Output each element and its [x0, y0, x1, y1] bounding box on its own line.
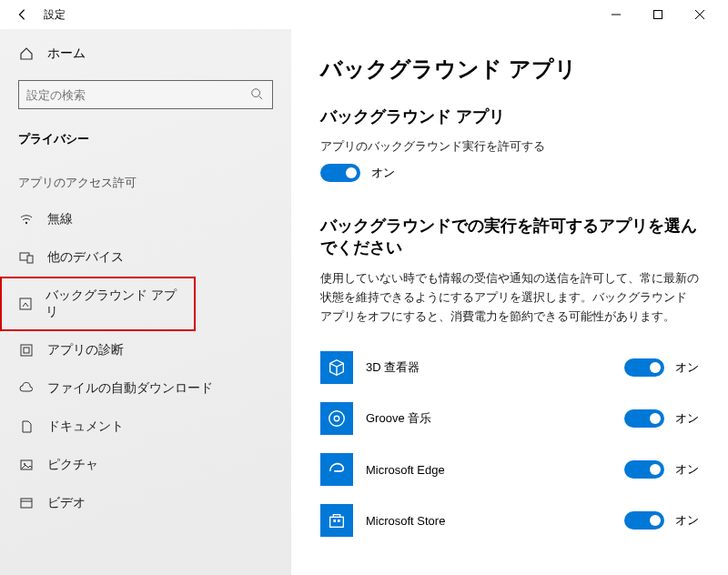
radio-icon: [18, 211, 35, 227]
sidebar-item-label: バックグラウンド アプリ: [46, 288, 177, 320]
sidebar-item-label: ファイルの自動ダウンロード: [47, 380, 213, 397]
svg-rect-8: [27, 256, 33, 263]
sidebar-item-documents[interactable]: ドキュメント: [0, 408, 291, 446]
page-title: バックグラウンド アプリ: [320, 55, 699, 84]
sidebar-item-background-apps[interactable]: バックグラウンド アプリ: [0, 277, 196, 331]
sidebar-home[interactable]: ホーム: [0, 36, 291, 71]
app-icon-store: [320, 504, 353, 537]
sidebar-item-label: 他のデバイス: [47, 249, 124, 266]
master-toggle[interactable]: [320, 164, 360, 182]
sidebar-item-other-devices[interactable]: 他のデバイス: [0, 238, 291, 277]
sidebar-home-label: ホーム: [47, 45, 86, 62]
app-icon-groove: [320, 402, 353, 435]
sidebar-item-auto-download[interactable]: ファイルの自動ダウンロード: [0, 369, 291, 408]
app-toggle-state: オン: [675, 359, 699, 376]
svg-rect-9: [20, 298, 31, 309]
document-icon: [18, 419, 35, 435]
app-name: Microsoft Edge: [366, 463, 624, 477]
app-name: Microsoft Store: [366, 514, 624, 528]
svg-rect-19: [333, 520, 336, 522]
diagnostics-icon: [18, 342, 35, 358]
svg-rect-14: [21, 499, 32, 508]
home-icon: [18, 46, 35, 61]
app-name: Groove 音乐: [366, 410, 624, 427]
app-toggle-state: オン: [675, 461, 699, 478]
devices-icon: [18, 249, 35, 266]
app-row-store: Microsoft Store オン: [320, 495, 699, 546]
svg-point-16: [329, 411, 345, 427]
svg-point-4: [252, 89, 260, 97]
search-icon: [250, 87, 265, 102]
search-box[interactable]: [18, 80, 273, 109]
svg-rect-20: [338, 520, 340, 522]
svg-rect-11: [24, 348, 29, 353]
sidebar: ホーム プライバシー アプリのアクセス許可 無線 他のデバイス バックグラウンド…: [0, 29, 291, 575]
section-description: 使用していない時でも情報の受信や通知の送信を許可して、常に最新の状態を維持できる…: [320, 269, 699, 326]
sidebar-item-label: ピクチャ: [47, 457, 98, 473]
sidebar-item-label: 無線: [47, 211, 73, 227]
sidebar-group-app-permissions: アプリのアクセス許可: [0, 156, 291, 200]
maximize-button[interactable]: [637, 0, 679, 29]
svg-rect-18: [330, 518, 344, 528]
app-row-groove: Groove 音乐 オン: [320, 393, 699, 444]
window-title: 設定: [44, 7, 66, 23]
sidebar-item-app-diagnostics[interactable]: アプリの診断: [0, 331, 291, 369]
sidebar-item-videos[interactable]: ビデオ: [0, 484, 291, 522]
app-row-edge: Microsoft Edge オン: [320, 444, 699, 495]
app-toggle-state: オン: [675, 512, 699, 529]
sidebar-item-pictures[interactable]: ピクチャ: [0, 446, 291, 484]
app-toggle-store[interactable]: [624, 511, 664, 530]
sidebar-item-label: アプリの診断: [47, 342, 124, 358]
main-panel: バックグラウンド アプリ バックグラウンド アプリ アプリのバックグラウンド実行…: [291, 29, 728, 575]
app-toggle-groove[interactable]: [624, 409, 664, 428]
app-toggle-edge[interactable]: [624, 460, 664, 479]
close-button[interactable]: [679, 0, 721, 29]
svg-point-6: [25, 222, 27, 224]
back-button[interactable]: [7, 0, 36, 29]
app-row-3d-viewer: 3D 查看器 オン: [320, 342, 699, 393]
cloud-download-icon: [18, 380, 35, 397]
video-icon: [18, 495, 35, 511]
section-choose-apps: バックグラウンドでの実行を許可するアプリを選んでください: [320, 215, 699, 258]
app-toggle-3d-viewer[interactable]: [624, 358, 664, 377]
search-input[interactable]: [26, 88, 250, 102]
svg-line-5: [259, 96, 263, 100]
sidebar-item-label: ビデオ: [47, 495, 86, 511]
sidebar-item-label: ドキュメント: [47, 419, 124, 435]
master-permission-label: アプリのバックグラウンド実行を許可する: [320, 138, 699, 155]
svg-point-17: [334, 417, 339, 422]
minimize-button[interactable]: [595, 0, 637, 29]
app-icon-3d-viewer: [320, 351, 353, 384]
app-icon-edge: [320, 453, 353, 486]
svg-rect-10: [21, 345, 32, 356]
app-name: 3D 查看器: [366, 359, 624, 376]
background-apps-icon: [18, 296, 33, 312]
sidebar-group-privacy: プライバシー: [0, 118, 291, 156]
svg-rect-1: [654, 11, 662, 19]
sidebar-item-radio[interactable]: 無線: [0, 200, 291, 238]
app-toggle-state: オン: [675, 410, 699, 427]
master-toggle-state: オン: [371, 165, 395, 181]
section-background-apps: バックグラウンド アプリ: [320, 106, 699, 127]
picture-icon: [18, 457, 35, 473]
